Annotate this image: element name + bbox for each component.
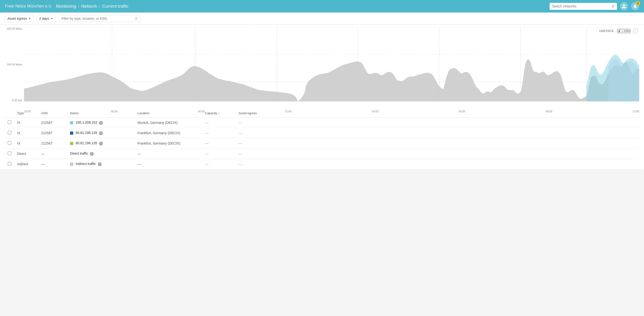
nav-current-traffic: Current traffic xyxy=(102,4,128,9)
row-location-0: Munich, Germany (DECIX) xyxy=(135,118,202,128)
table-row: IX 212567 185.1.208.152 i Munich, German… xyxy=(5,118,639,128)
traffic-table: Type ASN Name Location Capacity ↓ Asset … xyxy=(0,109,644,169)
row-egress-1: — xyxy=(236,128,639,138)
row-location-3: — xyxy=(135,149,202,159)
row-info-icon-1[interactable]: i xyxy=(99,131,103,135)
row-checkbox-1[interactable] xyxy=(5,128,14,138)
row-asn-0: 212567 xyxy=(38,118,67,128)
traffic-chart-svg xyxy=(24,27,639,109)
chart-info-icon[interactable]: i xyxy=(633,28,638,34)
table-row: IX 212567 80.81.196.135 i Frankfurt, Ger… xyxy=(5,128,639,138)
breadcrumb: Monitoring › Network › Current traffic xyxy=(56,4,128,9)
row-info-icon-3[interactable]: i xyxy=(90,152,94,156)
row-checkbox-0[interactable] xyxy=(5,118,14,128)
breadcrumb-sep-1: › xyxy=(78,4,79,8)
row-asn-3: — xyxy=(38,149,67,159)
row-asn-1: 212567 xyxy=(38,128,67,138)
days-label: 2 days xyxy=(39,16,49,20)
header: Freie Netze München e.V. Monitoring › Ne… xyxy=(0,0,644,12)
chart-area: UNSTACK ↓ CSV i 400.00 Mbps 200.00 Mbps … xyxy=(0,25,644,109)
switch-networks-search[interactable]: ⚲ xyxy=(550,3,617,10)
x-label-5: 00:00 xyxy=(459,110,466,113)
chart-actions: UNSTACK ↓ CSV i xyxy=(598,28,638,34)
row-name-3: Direct traffic i xyxy=(67,149,135,159)
row-asn-2: 212567 xyxy=(38,138,67,149)
asset-egress-label: Asset egress xyxy=(8,16,27,20)
filter-input[interactable] xyxy=(62,16,133,20)
asset-egress-dropdown[interactable]: Asset egress ▼ xyxy=(5,15,34,22)
chevron-down-icon-2: ▼ xyxy=(50,17,53,20)
row-egress-3: — xyxy=(236,149,639,159)
table-row: IX 212567 80.81.196.135 i Frankfurt, Ger… xyxy=(5,138,639,149)
row-capacity-2: — xyxy=(202,138,236,149)
row-capacity-3: — xyxy=(202,149,236,159)
main-content: UNSTACK ↓ CSV i 400.00 Mbps 200.00 Mbps … xyxy=(0,25,644,169)
y-label-mid: 200.00 Mbps xyxy=(4,63,22,66)
row-checkbox-3[interactable] xyxy=(5,149,14,159)
row-info-icon-4[interactable]: i xyxy=(98,162,102,166)
row-type-2: IX xyxy=(14,138,38,149)
row-checkbox-4[interactable] xyxy=(5,159,14,169)
row-egress-0: — xyxy=(236,118,639,128)
row-location-1: Frankfurt, Germany (DECIX) xyxy=(135,128,202,138)
row-name-0: 185.1.208.152 i xyxy=(67,118,135,128)
unstack-button[interactable]: UNSTACK xyxy=(598,29,614,33)
row-egress-4: — xyxy=(236,159,639,169)
row-type-3: Direct xyxy=(14,149,38,159)
csv-download-button[interactable]: ↓ CSV xyxy=(617,29,630,33)
row-location-4: — xyxy=(135,159,202,169)
nav-monitoring[interactable]: Monitoring xyxy=(56,4,76,9)
chevron-down-icon: ▼ xyxy=(28,17,31,20)
row-info-icon-2[interactable]: i xyxy=(99,142,103,146)
row-capacity-4: — xyxy=(202,159,236,169)
row-location-2: Frankfurt, Germany (DECIX) xyxy=(135,138,202,149)
brand-name: Freie Netze München e.V. xyxy=(5,4,52,9)
x-label-6: 06:00 xyxy=(546,110,552,113)
breadcrumb-sep-2: › xyxy=(99,4,100,8)
notification-count: 2 xyxy=(636,1,640,5)
user-avatar[interactable] xyxy=(620,2,628,10)
toolbar: Asset egress ▼ 2 days ▼ ☰ xyxy=(0,12,644,25)
table-row: Direct — Direct traffic i — — — xyxy=(5,149,639,159)
nav-network[interactable]: Network xyxy=(81,4,97,9)
row-name-1: 80.81.196.135 i xyxy=(67,128,135,138)
search-icon: ⚲ xyxy=(612,4,614,9)
header-right: ⚲ 2 xyxy=(550,2,639,10)
row-type-0: IX xyxy=(14,118,38,128)
filter-input-container[interactable]: ☰ xyxy=(59,15,141,22)
row-type-4: Indirect xyxy=(14,159,38,169)
filter-icon: ☰ xyxy=(135,16,138,20)
row-asn-4: — xyxy=(38,159,67,169)
row-name-4: Indirect traffic i xyxy=(67,159,135,169)
row-type-1: IX xyxy=(14,128,38,138)
row-capacity-1: — xyxy=(202,128,236,138)
row-capacity-0: — xyxy=(202,118,236,128)
x-label-0: 18:00 xyxy=(24,110,31,113)
row-info-icon-0[interactable]: i xyxy=(99,121,103,125)
y-label-top: 400.00 Mbps xyxy=(4,27,22,30)
table-col-checkbox xyxy=(5,109,14,118)
x-label-7: 12:00 xyxy=(632,110,639,113)
x-label-1: 00:00 xyxy=(111,110,118,113)
x-label-2: 06:00 xyxy=(198,110,205,113)
row-egress-2: — xyxy=(236,138,639,149)
row-name-2: 80.81.196.135 i xyxy=(67,138,135,149)
x-label-3: 12:00 xyxy=(285,110,292,113)
days-dropdown[interactable]: 2 days ▼ xyxy=(36,15,56,22)
row-checkbox-2[interactable] xyxy=(5,138,14,149)
table-row: Indirect — Indirect traffic i — — — xyxy=(5,159,639,169)
notification-bell[interactable]: 2 xyxy=(631,2,639,10)
y-label-bottom: 0.00 bps xyxy=(4,99,22,102)
x-label-4: 18:00 xyxy=(372,110,378,113)
switch-networks-input[interactable] xyxy=(552,4,610,8)
